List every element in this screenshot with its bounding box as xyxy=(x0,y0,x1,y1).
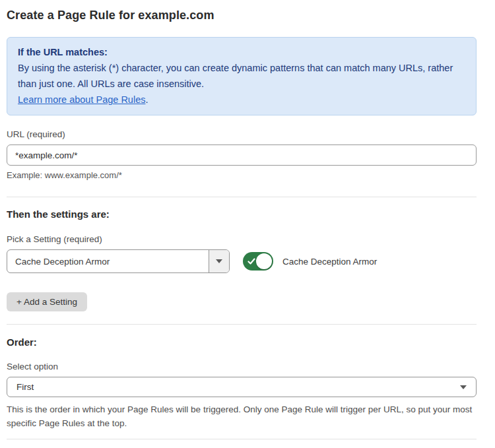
dropdown-arrow-icon xyxy=(216,259,222,263)
order-heading: Order: xyxy=(7,336,477,348)
check-icon xyxy=(248,257,255,265)
link-suffix: . xyxy=(145,94,148,105)
info-body: By using the asterisk (*) character, you… xyxy=(18,60,465,92)
info-link-line: Learn more about Page Rules. xyxy=(18,92,465,108)
setting-picker-value: Cache Deception Armor xyxy=(7,250,209,272)
toggle-knob xyxy=(256,253,272,269)
url-helper: Example: www.example.com/* xyxy=(7,170,477,180)
order-select-label: Select option xyxy=(7,362,477,371)
section-divider xyxy=(7,439,477,439)
setting-toggle[interactable] xyxy=(243,252,273,271)
setting-toggle-label: Cache Deception Armor xyxy=(282,257,377,267)
order-select-value: First xyxy=(16,382,34,392)
learn-more-link[interactable]: Learn more about Page Rules xyxy=(18,94,145,105)
url-input[interactable] xyxy=(7,144,477,166)
setting-picker-arrow-button[interactable] xyxy=(209,250,229,272)
add-setting-button[interactable]: + Add a Setting xyxy=(7,292,87,311)
page-rule-form: Create a Page Rule for example.com If th… xyxy=(0,0,495,448)
select-arrow-icon xyxy=(460,385,467,389)
info-callout: If the URL matches: By using the asteris… xyxy=(7,37,477,115)
page-title: Create a Page Rule for example.com xyxy=(7,9,477,22)
section-divider xyxy=(7,197,477,197)
url-label: URL (required) xyxy=(7,129,477,139)
order-helper: This is the order in which your Page Rul… xyxy=(7,402,477,430)
setting-picker[interactable]: Cache Deception Armor xyxy=(7,249,230,273)
settings-heading: Then the settings are: xyxy=(7,208,477,220)
section-divider xyxy=(7,324,477,325)
setting-picker-label: Pick a Setting (required) xyxy=(7,234,477,244)
info-heading: If the URL matches: xyxy=(18,44,465,60)
order-select[interactable]: First xyxy=(7,377,477,397)
setting-row: Cache Deception Armor Cache Deception Ar… xyxy=(7,249,477,273)
